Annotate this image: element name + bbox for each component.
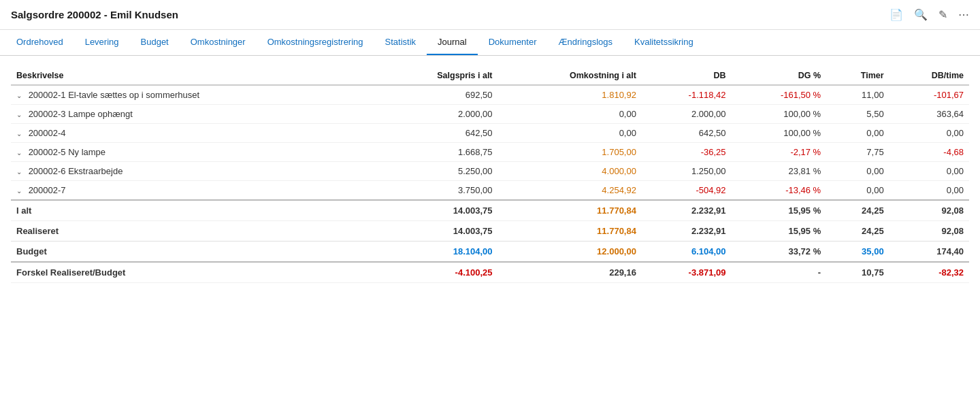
row-timer: 0,00: [826, 181, 889, 201]
ialt-row: I alt 14.003,75 11.770,84 2.232,91 15,95…: [11, 200, 969, 221]
forskel-db: -3.871,09: [642, 262, 732, 283]
row-timer: 11,00: [826, 85, 889, 105]
ialt-omkostning: 11.770,84: [498, 200, 642, 221]
row-label: ⌄ 200002-6 Ekstraarbejde: [11, 162, 375, 181]
row-db: 2.000,00: [642, 105, 732, 124]
row-salgspris: 692,50: [375, 85, 498, 105]
table-row: ⌄ 200002-5 Ny lampe 1.668,75 1.705,00 -3…: [11, 143, 969, 162]
tab-ordrehoved[interactable]: Ordrehoved: [5, 30, 74, 55]
row-timer: 7,75: [826, 143, 889, 162]
forskel-salgspris: -4.100,25: [375, 262, 498, 283]
row-omkostning: 1.705,00: [498, 143, 642, 162]
row-link[interactable]: 200002-4: [29, 128, 66, 138]
realiseret-label: Realiseret: [11, 221, 375, 242]
budget-omkostning: 12.000,00: [498, 242, 642, 263]
row-salgspris: 2.000,00: [375, 105, 498, 124]
row-omkostning: 0,00: [498, 124, 642, 143]
tab-journal[interactable]: Journal: [427, 30, 478, 55]
forskel-row: Forskel Realiseret/Budget -4.100,25 229,…: [11, 262, 969, 283]
row-db: -1.118,42: [642, 85, 732, 105]
row-db: 642,50: [642, 124, 732, 143]
forskel-label: Forskel Realiseret/Budget: [11, 262, 375, 283]
ialt-dg: 15,95 %: [732, 200, 827, 221]
chevron-down-icon[interactable]: ⌄: [16, 111, 22, 118]
realiseret-dg: 15,95 %: [732, 221, 827, 242]
ialt-db: 2.232,91: [642, 200, 732, 221]
table-row: ⌄ 200002-6 Ekstraarbejde 5.250,00 4.000,…: [11, 162, 969, 181]
document-icon[interactable]: 📄: [889, 8, 903, 21]
row-dbtime: 0,00: [889, 162, 969, 181]
realiseret-timer: 24,25: [826, 221, 889, 242]
forskel-timer: 10,75: [826, 262, 889, 283]
tab-aendringslogs[interactable]: Ændringslogs: [548, 30, 624, 55]
row-link[interactable]: 200002-5 Ny lampe: [29, 147, 105, 157]
row-omkostning: 4.000,00: [498, 162, 642, 181]
row-label: ⌄ 200002-5 Ny lampe: [11, 143, 375, 162]
statistics-table: Beskrivelse Salgspris i alt Omkostning i…: [11, 67, 969, 283]
row-dbtime: 0,00: [889, 124, 969, 143]
realiseret-row: Realiseret 14.003,75 11.770,84 2.232,91 …: [11, 221, 969, 242]
row-salgspris: 1.668,75: [375, 143, 498, 162]
row-salgspris: 5.250,00: [375, 162, 498, 181]
row-link[interactable]: 200002-7: [29, 185, 66, 195]
row-label: ⌄ 200002-1 El-tavle sættes op i sommerhu…: [11, 85, 375, 105]
chevron-down-icon[interactable]: ⌄: [16, 149, 22, 156]
tab-omkostningsregistrering[interactable]: Omkostningsregistrering: [257, 30, 374, 55]
row-label: ⌄ 200002-4: [11, 124, 375, 143]
table-row: ⌄ 200002-4 642,50 0,00 642,50 100,00 % 0…: [11, 124, 969, 143]
tab-kvalitetssikring[interactable]: Kvalitetssikring: [623, 30, 704, 55]
page-title: Salgsordre 200002 - Emil Knudsen: [11, 9, 178, 20]
row-dbtime: 363,64: [889, 105, 969, 124]
budget-db: 6.104,00: [642, 242, 732, 263]
chevron-down-icon[interactable]: ⌄: [16, 92, 22, 99]
col-dg: DG %: [732, 67, 827, 85]
tab-dokumenter[interactable]: Dokumenter: [478, 30, 548, 55]
search-document-icon[interactable]: 🔍: [914, 8, 928, 21]
more-icon[interactable]: ⋯: [958, 8, 969, 21]
row-dbtime: -4,68: [889, 143, 969, 162]
budget-dbtime: 174,40: [889, 242, 969, 263]
tab-omkostninger[interactable]: Omkostninger: [180, 30, 257, 55]
row-salgspris: 3.750,00: [375, 181, 498, 201]
chevron-down-icon[interactable]: ⌄: [16, 130, 22, 137]
col-salgspris: Salgspris i alt: [375, 67, 498, 85]
row-omkostning: 0,00: [498, 105, 642, 124]
row-dg: -161,50 %: [732, 85, 827, 105]
ialt-dbtime: 92,08: [889, 200, 969, 221]
chevron-down-icon[interactable]: ⌄: [16, 168, 22, 176]
col-beskrivelse: Beskrivelse: [11, 67, 375, 85]
row-label: ⌄ 200002-7: [11, 181, 375, 201]
tab-budget[interactable]: Budget: [130, 30, 180, 55]
row-dbtime: 0,00: [889, 181, 969, 201]
table-row: ⌄ 200002-3 Lampe ophængt 2.000,00 0,00 2…: [11, 105, 969, 124]
forskel-omkostning: 229,16: [498, 262, 642, 283]
row-dg: -2,17 %: [732, 143, 827, 162]
tab-statistik[interactable]: Statistik: [374, 30, 427, 55]
budget-timer: 35,00: [826, 242, 889, 263]
ialt-salgspris: 14.003,75: [375, 200, 498, 221]
col-dbtime: DB/time: [889, 67, 969, 85]
chevron-down-icon[interactable]: ⌄: [16, 187, 22, 195]
row-link[interactable]: 200002-1 El-tavle sættes op i sommerhuse…: [29, 90, 199, 100]
row-timer: 5,50: [826, 105, 889, 124]
ialt-timer: 24,25: [826, 200, 889, 221]
row-link[interactable]: 200002-6 Ekstraarbejde: [29, 166, 123, 176]
row-dbtime: -101,67: [889, 85, 969, 105]
row-dg: 100,00 %: [732, 124, 827, 143]
row-link[interactable]: 200002-3 Lampe ophængt: [29, 109, 133, 119]
main-content: Beskrivelse Salgspris i alt Omkostning i…: [0, 56, 980, 294]
title-bar-actions: 📄 🔍 ✎ ⋯: [889, 8, 969, 21]
edit-icon[interactable]: ✎: [938, 8, 947, 21]
row-omkostning: 1.810,92: [498, 85, 642, 105]
row-timer: 0,00: [826, 162, 889, 181]
col-timer: Timer: [826, 67, 889, 85]
row-db: 1.250,00: [642, 162, 732, 181]
budget-dg: 33,72 %: [732, 242, 827, 263]
realiseret-db: 2.232,91: [642, 221, 732, 242]
table-row: ⌄ 200002-1 El-tavle sættes op i sommerhu…: [11, 85, 969, 105]
tab-levering[interactable]: Levering: [74, 30, 130, 55]
budget-row: Budget 18.104,00 12.000,00 6.104,00 33,7…: [11, 242, 969, 263]
row-omkostning: 4.254,92: [498, 181, 642, 201]
col-omkostning: Omkostning i alt: [498, 67, 642, 85]
realiseret-omkostning: 11.770,84: [498, 221, 642, 242]
